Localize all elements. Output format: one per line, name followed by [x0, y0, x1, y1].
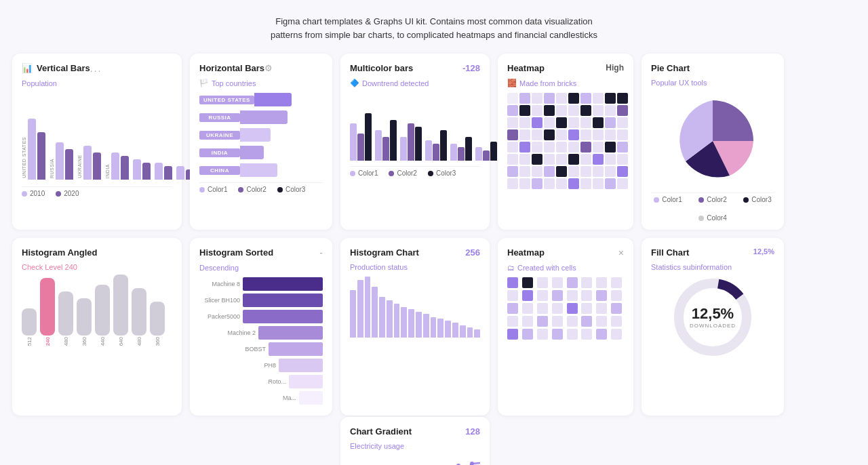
legend-c3: Color3: [277, 186, 305, 193]
heatmap1-card: Heatmap High 🧱 Made from bricks: [498, 54, 633, 230]
ha-bar-5: [113, 275, 128, 336]
histogram-angled-card: Histogram Angled Check Level 240 512 240…: [12, 238, 182, 416]
vbar-group-5: [155, 105, 172, 180]
vbar-group-3: INDIA: [105, 105, 129, 180]
histogram-chart-title: Histogram Chart: [350, 247, 419, 258]
fill-chart-header: Fill Chart 12,5%: [651, 247, 774, 258]
vbar-light-1: [56, 142, 64, 180]
bricks-icon: 🧱: [507, 79, 517, 87]
vertical-bars-card: 📊 Vertical Bars ... Population UNITED ST…: [12, 54, 182, 230]
hs-row-1: Slicer BH100: [199, 294, 323, 307]
histogram-chart-subtitle: Production status: [350, 263, 480, 271]
mb-1-d: [390, 120, 397, 161]
mb-1-m: [382, 137, 389, 161]
pie-svg: [665, 94, 760, 188]
hbar-row-2: UKRAINE: [199, 128, 323, 142]
histogram-sorted-title: Histogram Sorted: [199, 247, 273, 258]
heatmap2-subtitle: 🗂 Created with cells: [507, 264, 624, 272]
histogram-sorted-dash[interactable]: -: [319, 247, 323, 258]
heatmap1-header: Heatmap High: [507, 63, 624, 73]
pie-legend-c1: Color1: [654, 196, 682, 203]
legend-c2: Color2: [238, 186, 266, 193]
vertical-bars-chart: UNITED STATES RUSSIA UKRAINE: [22, 94, 172, 182]
histogram-angled-subtitle: Check Level 240: [22, 263, 172, 271]
page-header: Figma chart templates & Graphs UI kit. C…: [0, 0, 868, 54]
pie-legend: Color1 Color2 Color3 Color4: [651, 193, 774, 222]
cells-icon: 🗂: [507, 264, 515, 272]
hs-row-0: Machine 8: [199, 277, 323, 291]
dot-2020: [56, 191, 61, 197]
hbar-row-1: RUSSIA: [199, 110, 323, 124]
vbar-group-4: [133, 105, 151, 180]
hs-row-4: BOBST: [199, 342, 323, 356]
donut-label: 12,5% DOWNLOADED: [690, 306, 736, 329]
pie-legend-c2: Color2: [698, 196, 726, 203]
vertical-bars-legend: 2010 2020: [22, 186, 172, 197]
multicolor-bars-header: Multicolor bars -128: [350, 63, 480, 73]
horizontal-bars-title: Horizontal Bars: [199, 63, 264, 73]
hbar-fill-1: [240, 110, 288, 124]
hbar-fill-2: [240, 128, 271, 142]
mb-3-l: [425, 140, 432, 161]
vbar-dark-5: [164, 166, 172, 180]
histogram-chart-card: Histogram Chart 256 Production status: [340, 238, 490, 416]
ha-bar-3: [77, 298, 92, 336]
heatmap1-subtitle: 🧱 Made from bricks: [507, 79, 624, 87]
vbar-dark-3: [121, 156, 129, 180]
heatmap1-badge: High: [606, 63, 624, 73]
mb-5-l: [475, 147, 482, 161]
histogram-sorted-chart: Machine 8 Slicer BH100 Packer5000 Machin…: [199, 277, 323, 405]
mb-legend-c3: Color3: [428, 169, 456, 177]
vertical-bars-subtitle: Population: [22, 79, 172, 87]
hbar-fill-4: [240, 163, 277, 177]
vbar-group-0: UNITED STATES: [22, 105, 45, 180]
horizontal-bars-chart: UNITED STATES RUSSIA UKRAINE INDIA CHINA: [199, 93, 323, 177]
legend-2020: 2020: [56, 190, 79, 197]
header-line2: patterns from simple bar charts, to comp…: [14, 28, 854, 42]
hbar-row-4: CHINA: [199, 163, 323, 177]
vertical-bars-menu[interactable]: ...: [90, 63, 102, 74]
vbar-dark-2: [93, 153, 101, 180]
vbar-light-0: [28, 119, 36, 180]
vbar-group-1: RUSSIA: [50, 105, 73, 180]
chart-gradient-subtitle: Electricity usage: [350, 442, 480, 450]
pie-seg-1: [713, 100, 753, 141]
dashboard-grid: 📊 Vertical Bars ... Population UNITED ST…: [0, 54, 868, 422]
mb-0-m: [357, 134, 364, 161]
ha-bar-2: [58, 291, 73, 336]
fill-chart-title: Fill Chart: [651, 247, 689, 258]
fill-chart-badge: 12,5%: [753, 247, 774, 256]
chart-gradient-header: Chart Gradient 128: [350, 426, 480, 437]
donut-container: 12,5% DOWNLOADED: [672, 277, 753, 358]
mb-4-m: [458, 147, 465, 161]
downtrend-icon: 🔷: [350, 79, 359, 87]
pie-legend-c4: Color4: [698, 214, 726, 222]
gear-icon[interactable]: ⚙: [264, 63, 273, 73]
header-line1: Figma chart templates & Graphs UI kit. C…: [14, 15, 854, 28]
hs-row-2: Packer5000: [199, 310, 323, 323]
heatmap2-header: Heatmap ×: [507, 247, 624, 258]
hs-row-6: Roto...: [199, 375, 323, 388]
mb-legend-c1: Color1: [350, 169, 378, 177]
multicolor-badge: -128: [462, 63, 480, 73]
histogram-angled-title: Histogram Angled: [22, 247, 97, 258]
dot-2010: [22, 191, 27, 197]
multicolor-bars-card: Multicolor bars -128 🔷 Downtrend detecte…: [340, 54, 490, 230]
legend-2010: 2010: [22, 190, 45, 197]
hbar-fill-0: [254, 93, 292, 106]
vertical-bars-header: 📊 Vertical Bars ...: [22, 63, 172, 74]
horizontal-bars-card: Horizontal Bars ⚙ 🏳️ Top countries UNITE…: [190, 54, 332, 230]
svg-point-4: [470, 462, 474, 465]
pie-container: [651, 94, 774, 188]
bar-chart-icon: 📊: [22, 63, 33, 73]
pie-chart-card: Pie Chart Popular UX tools Color1 C: [642, 54, 784, 230]
heatmap2-close[interactable]: ×: [618, 247, 624, 258]
histogram-angled-header: Histogram Angled: [22, 247, 172, 258]
horizontal-bars-header: Horizontal Bars ⚙: [199, 63, 323, 73]
hs-row-3: Machine 2: [199, 326, 323, 340]
histogram-sorted-subtitle: Descending: [199, 264, 323, 272]
heatmap2-title: Heatmap: [507, 247, 545, 258]
mb-0-d: [365, 113, 372, 161]
heatmap2-card: Heatmap × 🗂 Created with cells: [498, 238, 633, 416]
multicolor-legend: Color1 Color2 Color3: [350, 166, 480, 177]
